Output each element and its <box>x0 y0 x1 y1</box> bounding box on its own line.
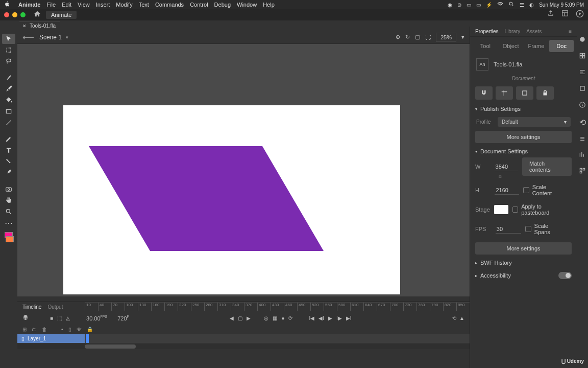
menu-text[interactable]: Text <box>139 2 149 8</box>
swatches-icon[interactable] <box>579 52 586 61</box>
visibility-toggle-icon[interactable]: 👁 <box>77 327 82 332</box>
transform-icon[interactable] <box>579 85 586 94</box>
publish-more-settings-button[interactable]: More settings <box>475 131 572 143</box>
mode-doc[interactable]: Doc <box>549 40 574 52</box>
lasso-tool[interactable] <box>2 56 15 66</box>
eyedropper-tool[interactable] <box>2 168 15 178</box>
document-settings-header[interactable]: ▾ Document Settings <box>470 145 577 157</box>
search-icon[interactable] <box>508 1 514 8</box>
scene-dropdown-icon[interactable]: ▾ <box>66 35 68 40</box>
new-layer-icon[interactable]: ⊞ <box>22 327 27 332</box>
record-icon[interactable]: ◉ <box>448 2 452 8</box>
free-transform-tool[interactable] <box>2 45 15 55</box>
menu-edit[interactable]: Edit <box>62 2 71 8</box>
info-icon[interactable] <box>579 101 586 110</box>
share-icon[interactable] <box>547 10 554 20</box>
scene-name[interactable]: Scene 1 <box>39 34 62 41</box>
camera-icon[interactable]: ■ <box>50 315 53 321</box>
zoom-dropdown-icon[interactable]: ▾ <box>461 34 464 40</box>
profile-select[interactable]: Default ▾ <box>498 117 571 127</box>
mask-icon[interactable] <box>516 86 533 100</box>
menu-window[interactable]: Window <box>237 2 257 8</box>
cc-icon[interactable]: ⊙ <box>457 2 461 8</box>
text-tool[interactable] <box>2 145 15 155</box>
align-icon[interactable] <box>579 68 586 78</box>
menu-debug[interactable]: Debug <box>214 2 231 8</box>
menu-insert[interactable]: Insert <box>96 2 110 8</box>
frames-track[interactable] <box>85 334 470 343</box>
guides-icon[interactable] <box>496 86 513 100</box>
keyframe-marker[interactable] <box>86 334 89 343</box>
play-test-button[interactable] <box>576 10 584 20</box>
siri-icon[interactable]: ◐ <box>529 2 534 8</box>
rotate-view-icon[interactable]: ↻ <box>405 34 410 40</box>
panel-menu-icon[interactable]: ≡ <box>569 29 572 34</box>
outline-toggle-icon[interactable]: ▯ <box>68 327 71 332</box>
document-more-settings-button[interactable]: More settings <box>475 242 572 255</box>
workspace-label[interactable]: Animate <box>46 11 77 19</box>
library-icon[interactable]: ≡ <box>580 134 584 144</box>
layout-icon[interactable] <box>561 10 569 20</box>
stage-canvas[interactable] <box>63 105 400 294</box>
clock[interactable]: Sun May 9 5:09 PM <box>539 2 584 8</box>
accessibility-header[interactable]: ▸ Accessibility <box>470 269 577 282</box>
accessibility-toggle[interactable] <box>558 272 572 279</box>
selection-tool[interactable] <box>2 34 15 44</box>
timeline-scrollbar[interactable] <box>17 344 470 349</box>
fill-swatch[interactable] <box>6 236 14 242</box>
graph-icon[interactable]: ◬ <box>66 315 70 321</box>
close-tab-icon[interactable]: ✕ <box>22 24 27 29</box>
layer-row[interactable]: ▯ Layer_1 <box>17 334 85 343</box>
frame-ruler[interactable]: 1040701001301601902202502803103403704004… <box>85 302 470 311</box>
layers-icon[interactable] <box>22 314 29 321</box>
link-dimensions-icon[interactable]: ⧈ <box>499 174 502 179</box>
scale-content-checkbox[interactable] <box>523 187 529 193</box>
apple-logo-icon[interactable] <box>4 1 10 8</box>
window-traffic-lights[interactable] <box>4 12 26 17</box>
tab-library[interactable]: Library <box>505 29 521 34</box>
apply-pasteboard-checkbox[interactable] <box>512 206 518 213</box>
home-icon[interactable] <box>34 10 41 19</box>
control-center-icon[interactable]: ☰ <box>520 2 524 8</box>
stage-container[interactable] <box>17 44 470 296</box>
bone-tool[interactable] <box>2 156 15 167</box>
app-name[interactable]: Animate <box>18 2 40 8</box>
tray-icon-1[interactable]: ▭ <box>467 2 471 8</box>
menu-view[interactable]: View <box>78 2 90 8</box>
menu-help[interactable]: Help <box>263 2 275 8</box>
tab-output[interactable]: Output <box>47 304 63 310</box>
center-stage-icon[interactable]: ⊕ <box>396 34 400 40</box>
color-swatches[interactable] <box>4 232 14 242</box>
fit-in-window-icon[interactable]: ⛶ <box>425 34 431 40</box>
tab-timeline[interactable]: Timeline <box>22 304 41 310</box>
publish-settings-header[interactable]: ▾ Publish Settings <box>470 103 577 115</box>
menu-commands[interactable]: Commands <box>155 2 184 8</box>
rectangle-tool[interactable] <box>2 106 15 117</box>
components-icon[interactable] <box>579 167 586 176</box>
menu-file[interactable]: File <box>46 2 56 8</box>
scrollbar-thumb[interactable] <box>85 344 136 349</box>
scale-spans-checkbox[interactable] <box>525 226 531 232</box>
mode-tool[interactable]: Tool <box>473 40 498 52</box>
delete-layer-icon[interactable]: 🗑 <box>42 327 47 332</box>
chart-icon[interactable] <box>579 151 586 160</box>
fluid-brush-tool[interactable] <box>2 73 15 83</box>
menu-control[interactable]: Control <box>190 2 208 8</box>
bluetooth-icon[interactable]: ⚡ <box>486 2 492 8</box>
brush-tool[interactable] <box>2 84 15 94</box>
history-icon[interactable]: ⟲ <box>579 118 586 127</box>
wifi-icon[interactable] <box>497 1 503 8</box>
layer-name[interactable]: Layer_1 <box>28 336 46 341</box>
snap-magnet-icon[interactable] <box>475 86 493 100</box>
color-icon[interactable] <box>579 36 586 45</box>
new-folder-icon[interactable]: 🗀 <box>32 327 37 332</box>
tray-icon-2[interactable]: ▭ <box>476 2 481 8</box>
mode-object[interactable]: Object <box>499 40 523 52</box>
scene-nav-icon[interactable]: ⟵ <box>22 32 34 42</box>
tab-assets[interactable]: Assets <box>526 29 542 34</box>
layer-depth-icon[interactable]: ⬚ <box>57 315 62 321</box>
minimize-window-button[interactable] <box>12 12 17 17</box>
paint-bucket-tool[interactable] <box>2 95 15 105</box>
clip-view-icon[interactable]: ▢ <box>415 34 420 40</box>
hand-tool[interactable] <box>2 195 15 205</box>
